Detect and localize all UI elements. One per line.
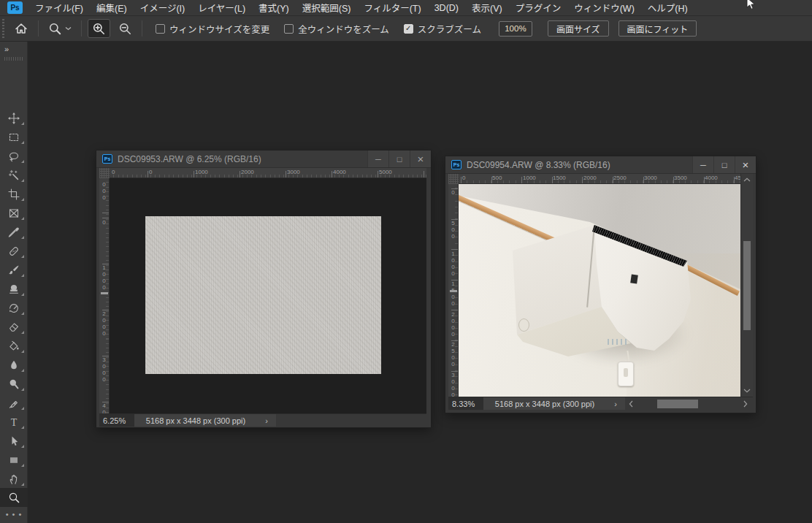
ruler-label: 4000 <box>705 175 718 181</box>
window1-maximize-button[interactable]: □ <box>388 150 410 167</box>
scroll-down-icon[interactable] <box>741 389 753 393</box>
fit-screen-button[interactable]: 画面にフィット <box>618 20 697 37</box>
room-photo-image[interactable] <box>459 184 740 397</box>
horizontal-scroll-thumb[interactable] <box>657 400 698 408</box>
menu-type[interactable]: 書式(Y) <box>252 0 296 15</box>
window2-status-zoom[interactable]: 8.33% <box>448 397 483 410</box>
path-selection-tool[interactable] <box>0 432 28 451</box>
wall-unit-label-marks <box>608 339 627 345</box>
window2-status-chevron[interactable]: › <box>606 397 625 410</box>
menu-help[interactable]: ヘルプ(H) <box>641 0 694 15</box>
rectangle-tool[interactable] <box>0 451 28 470</box>
clone-stamp-icon <box>8 283 20 295</box>
history-brush-tool[interactable] <box>0 299 28 318</box>
window1-minimize-button[interactable]: ─ <box>367 150 388 167</box>
resize-windows-checkbox-row[interactable]: ✓ ウィンドウサイズを変更 <box>156 22 269 36</box>
actual-size-button[interactable]: 画面サイズ <box>548 20 609 37</box>
scrubby-zoom-checkbox-row[interactable]: ✓ スクラブズーム <box>404 22 481 36</box>
window2-title-bar[interactable]: Ps DSC09954.ARW @ 8.33% (RGB/16) ─ □ × <box>445 156 756 174</box>
menu-image[interactable]: イメージ(I) <box>134 0 192 15</box>
window2-maximize-button[interactable]: □ <box>713 156 735 173</box>
window2-canvas[interactable] <box>459 184 740 397</box>
window2-vertical-ruler[interactable]: 0 500 1000 1500 2000 2500 3000 <box>448 184 459 397</box>
menu-plugins[interactable]: プラグイン <box>509 0 568 15</box>
hand-tool[interactable] <box>0 470 28 489</box>
window1-close-button[interactable]: × <box>410 150 431 167</box>
window1-status-chevron[interactable]: › <box>257 414 276 427</box>
zoom-tool-preset[interactable] <box>45 19 75 38</box>
menu-layer[interactable]: レイヤー(L) <box>191 0 252 15</box>
window2-ruler-corner[interactable] <box>448 174 459 184</box>
scroll-up-icon[interactable] <box>741 177 753 182</box>
home-button[interactable] <box>10 19 32 38</box>
menu-view[interactable]: 表示(V) <box>465 0 509 15</box>
pen-tool[interactable] <box>0 394 28 413</box>
magic-wand-tool[interactable] <box>0 166 28 185</box>
window1-vertical-ruler[interactable]: 000 0 1000 2000 3000 40 <box>99 178 110 413</box>
paint-bucket-tool[interactable] <box>0 337 28 356</box>
tools-panel: » <box>0 42 28 523</box>
window2-horizontal-scrollbar[interactable] <box>625 397 753 410</box>
zoom-tool[interactable] <box>0 488 28 507</box>
zoom-all-windows-checkbox-row[interactable]: ✓ 全ウィンドウをズーム <box>284 22 389 36</box>
history-brush-icon <box>8 302 20 314</box>
zoom-out-button[interactable] <box>115 19 136 38</box>
home-icon <box>14 22 28 35</box>
window1-horizontal-ruler[interactable]: 0 0 1000 2000 3000 4000 5000 <box>110 168 426 178</box>
photoshop-logo-icon[interactable]: Ps <box>7 1 23 14</box>
menu-file[interactable]: ファイル(F) <box>28 0 90 15</box>
wall-outlet-slot <box>624 368 628 377</box>
frame-icon <box>8 207 20 219</box>
type-icon: T <box>8 416 20 428</box>
crop-tool[interactable] <box>0 185 28 204</box>
zoom-percent-field[interactable]: 100% <box>499 21 532 37</box>
window2-vertical-scrollbar[interactable] <box>740 174 753 397</box>
window1-ruler-corner[interactable] <box>99 168 110 178</box>
eyedropper-tool[interactable] <box>0 223 28 242</box>
wall-unit-round-detail <box>518 318 529 332</box>
menu-select[interactable]: 選択範囲(S) <box>296 0 358 15</box>
ruler-label: 3500 <box>674 175 687 181</box>
lasso-tool[interactable] <box>0 147 28 166</box>
eraser-icon <box>8 321 20 333</box>
spot-healing-brush-tool[interactable] <box>0 242 28 261</box>
type-tool[interactable]: T <box>0 413 28 432</box>
eyedropper-icon <box>8 226 20 238</box>
clone-stamp-tool[interactable] <box>0 280 28 299</box>
menu-filter[interactable]: フィルター(T) <box>357 0 427 15</box>
eraser-tool[interactable] <box>0 318 28 337</box>
scrubby-zoom-checkbox[interactable]: ✓ <box>404 24 413 34</box>
photoshop-app-window: Ps ファイル(F) 編集(E) イメージ(I) レイヤー(L) 書式(Y) 選… <box>0 0 812 523</box>
resize-windows-label: ウィンドウサイズを変更 <box>169 22 269 36</box>
move-icon <box>8 112 20 124</box>
edit-toolbar-button[interactable]: • • • <box>0 510 28 519</box>
zoom-in-button[interactable] <box>88 19 110 38</box>
brush-tool[interactable] <box>0 261 28 280</box>
wallpaper-texture-image[interactable] <box>145 216 381 374</box>
dodge-tool[interactable] <box>0 375 28 394</box>
scroll-right-icon[interactable] <box>740 400 751 408</box>
menu-edit[interactable]: 編集(E) <box>90 0 134 15</box>
menu-3d[interactable]: 3D(D) <box>428 0 465 15</box>
tools-panel-grip[interactable] <box>4 57 23 61</box>
window2-status-bar: 8.33% 5168 px x 3448 px (300 ppi) › <box>448 397 753 410</box>
blur-tool[interactable] <box>0 356 28 375</box>
window1-status-zoom[interactable]: 6.25% <box>99 414 134 427</box>
zoom-all-windows-checkbox[interactable]: ✓ <box>284 24 294 34</box>
scroll-left-icon[interactable] <box>625 400 637 408</box>
vertical-scroll-thumb[interactable] <box>743 241 751 330</box>
expand-tools-button[interactable]: » <box>0 42 27 53</box>
menu-window[interactable]: ウィンドウ(W) <box>567 0 641 15</box>
window1-status-bar: 6.25% 5168 px x 3448 px (300 ppi) › <box>99 413 426 427</box>
ruler-label: 1000 <box>195 169 208 175</box>
window1-canvas[interactable] <box>110 178 426 413</box>
move-tool[interactable] <box>0 109 28 128</box>
window2-close-button[interactable]: × <box>735 156 756 173</box>
frame-tool[interactable] <box>0 204 28 223</box>
window2-horizontal-ruler[interactable]: 0 500 1000 1500 2000 2500 3000 3500 4000… <box>459 174 740 184</box>
window2-minimize-button[interactable]: ─ <box>692 156 713 173</box>
window1-title-bar[interactable]: Ps DSC09953.ARW @ 6.25% (RGB/16) ─ □ × <box>96 150 431 168</box>
rectangular-marquee-tool[interactable] <box>0 128 28 147</box>
ruler-label: 2000 <box>101 310 107 337</box>
resize-windows-checkbox[interactable]: ✓ <box>156 24 165 34</box>
